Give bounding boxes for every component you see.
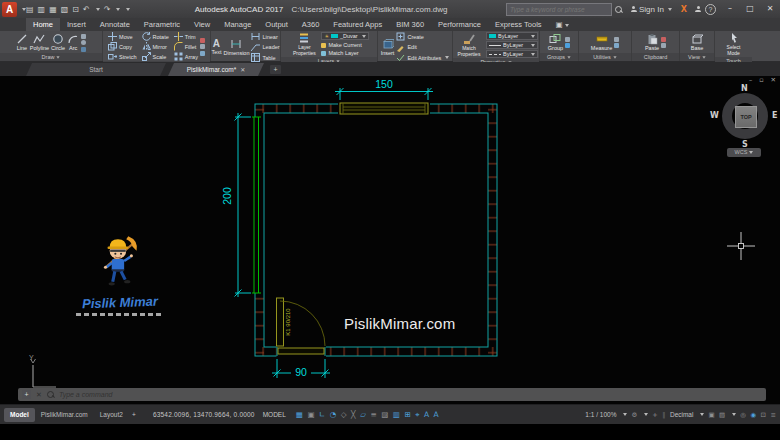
tray-plus-icon[interactable]: + (652, 408, 657, 422)
panel-draw-footer[interactable]: Draw (0, 53, 102, 61)
signin-control[interactable]: Sign In (631, 5, 672, 14)
lineweight-icon[interactable]: ≡ (370, 408, 376, 422)
arc-button[interactable]: Arc (67, 33, 79, 52)
tab-bim360[interactable]: BIM 360 (389, 18, 431, 31)
utilities-extra-tools[interactable] (614, 37, 619, 49)
qat-customize-caret-icon[interactable] (126, 8, 130, 11)
graphics-performance-icon[interactable]: ◉ (750, 408, 756, 422)
command-customize-icon[interactable]: + (22, 390, 31, 399)
new-drawing-button[interactable]: + (270, 65, 281, 74)
autodesk-exchange-icon[interactable]: X (681, 5, 687, 14)
open-icon[interactable]: ▥ (38, 5, 46, 14)
copy-button[interactable]: Copy (108, 42, 136, 51)
object-snap-icon[interactable]: ▱ (360, 408, 366, 422)
hatch-icon[interactable] (81, 47, 86, 52)
workspace-gear-icon[interactable]: ⚙ (631, 408, 637, 422)
command-search-icon[interactable] (47, 391, 54, 398)
plot-icon[interactable]: ⊡ (72, 5, 79, 14)
new-layout-button[interactable]: + (129, 411, 139, 418)
layout-tab-pislikmimar[interactable]: PislikMimar.com (35, 408, 94, 422)
viewcube-west[interactable]: W (710, 111, 719, 120)
group-button[interactable]: Group (548, 33, 563, 52)
id-point-icon[interactable] (614, 43, 619, 48)
viewcube-wcs-menu[interactable]: WCS (727, 148, 761, 157)
match-properties-button[interactable]: Match Properties (454, 33, 484, 58)
selection-cycling-icon[interactable]: ▥ (393, 408, 400, 422)
select-mode-button[interactable]: Select Mode (721, 32, 747, 57)
doc-minimize-icon[interactable]: – (749, 76, 752, 84)
quick-properties-icon[interactable]: ▨ (719, 408, 725, 422)
file-tab-document[interactable]: PislikMimar.com*✕ (168, 63, 264, 76)
circle-button[interactable]: Circle (51, 33, 65, 52)
redo-icon[interactable]: ↷ (104, 5, 111, 14)
command-prompt[interactable]: Type a command (59, 391, 113, 398)
autoscale-icon[interactable]: A (434, 408, 439, 422)
rectangle-icon[interactable] (81, 34, 86, 39)
tab-annotate[interactable]: Annotate (93, 18, 137, 31)
move-button[interactable]: Move (108, 32, 136, 41)
search-icon[interactable] (615, 6, 622, 13)
dynamic-ucs-icon[interactable]: ⊞ (404, 408, 410, 422)
connect-icon[interactable] (695, 6, 701, 12)
isometric-drafting-icon[interactable]: ◇ (341, 408, 347, 422)
group-edit-icon[interactable] (565, 43, 570, 48)
autocad-logo-icon[interactable]: A (2, 2, 17, 17)
fillet-button[interactable]: Fillet (174, 42, 198, 51)
help-icon[interactable]: ? (705, 4, 716, 15)
viewcube-north[interactable]: N (741, 84, 748, 93)
undo-caret-icon[interactable] (96, 8, 100, 11)
stretch-button[interactable]: Stretch (108, 52, 136, 61)
layout-tab-model[interactable]: Model (4, 408, 35, 422)
tab-output[interactable]: Output (258, 18, 295, 31)
lineweight-select[interactable]: ByLayer (486, 41, 538, 49)
rotate-button[interactable]: Rotate (142, 32, 169, 41)
snap-mode-icon[interactable]: ▣ (307, 408, 314, 422)
array-button[interactable]: Array (174, 52, 198, 61)
explode-icon[interactable] (200, 44, 205, 49)
tab-parametric[interactable]: Parametric (137, 18, 187, 31)
units-select[interactable]: Decimal (670, 411, 693, 418)
layer-select[interactable]: ☀ _Duvar (321, 32, 368, 40)
undo-icon[interactable]: ↶ (83, 5, 90, 14)
object-color-select[interactable]: ByLayer (486, 32, 538, 40)
save-as-icon[interactable]: ▧ (61, 5, 69, 14)
base-button[interactable]: Base (691, 33, 704, 52)
line-button[interactable]: Line (16, 33, 28, 52)
edit-block-button[interactable]: Edit (396, 43, 449, 52)
annotation-monitor-icon[interactable]: ▣ (708, 408, 714, 422)
match-layer-button[interactable]: Match Layer (321, 50, 368, 56)
make-current-button[interactable]: Make Current (321, 42, 368, 48)
drawing-canvas[interactable]: K1 90/210 150 200 90 (0, 76, 780, 404)
tab-insert[interactable]: Insert (60, 18, 93, 31)
tab-express-tools[interactable]: Express Tools (488, 18, 549, 31)
save-icon[interactable]: ▦ (49, 5, 57, 14)
paste-button[interactable]: Paste (645, 33, 659, 52)
tab-a360[interactable]: A360 (295, 18, 327, 31)
measure-button[interactable]: Measure (591, 33, 612, 52)
tab-featured-apps[interactable]: Featured Apps (326, 18, 389, 31)
linear-button[interactable]: Linear (251, 32, 279, 41)
clipboard-extra-tools[interactable] (661, 37, 666, 49)
viewcube-top-face[interactable]: TOP (735, 106, 757, 128)
viewcube-east[interactable]: E (772, 111, 777, 120)
isolate-objects-icon[interactable]: ◎ (740, 408, 746, 422)
doc-restore-icon[interactable]: ▫ (759, 76, 763, 84)
trim-button[interactable]: Trim (174, 32, 198, 41)
clean-screen-icon[interactable]: ⊡ (761, 408, 766, 422)
offset-icon[interactable] (200, 51, 205, 56)
draw-extra-tools[interactable] (81, 34, 86, 52)
edit-attributes-button[interactable]: Edit Attributes (396, 53, 449, 62)
doc-close-icon[interactable]: ✕ (771, 76, 776, 84)
panel-view-footer[interactable]: View (680, 53, 714, 61)
tab-performance[interactable]: Performance (431, 18, 488, 31)
leader-button[interactable]: Leader (251, 43, 279, 52)
tab-view[interactable]: View (187, 18, 217, 31)
annotation-scale-select[interactable]: 1:1 / 100% (585, 411, 616, 418)
search-input[interactable] (507, 6, 611, 13)
panel-utilities-footer[interactable]: Utilities (579, 53, 631, 61)
ellipse-icon[interactable] (81, 40, 86, 45)
object-snap-tracking-icon[interactable]: ╳ (351, 408, 356, 422)
ribbon-display-toggle[interactable]: ▣ (549, 18, 576, 31)
ungroup-icon[interactable] (565, 37, 570, 42)
scale-button[interactable]: Scale (142, 52, 169, 61)
